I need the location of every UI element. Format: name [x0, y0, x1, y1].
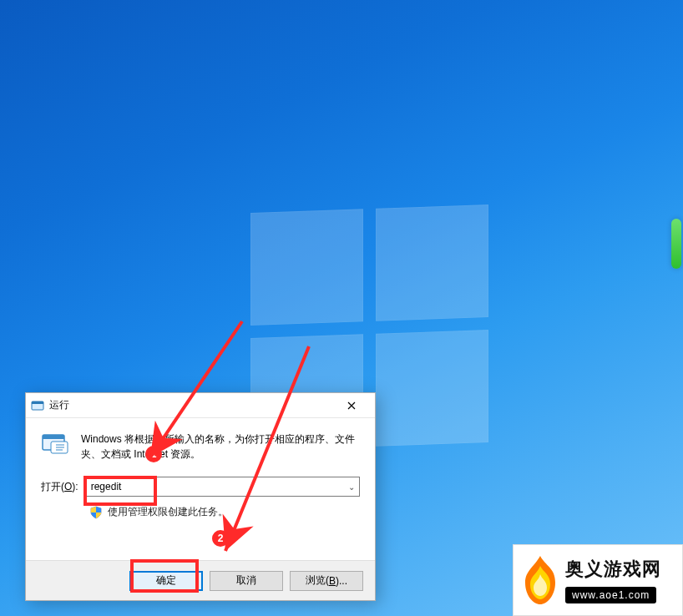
- watermark: 奥义游戏网 www.aoe1.com: [513, 544, 683, 616]
- open-label: 打开(O):: [41, 480, 78, 494]
- ok-button[interactable]: 确定: [129, 571, 203, 591]
- flame-icon: [520, 554, 560, 606]
- run-dialog-icon: [31, 399, 44, 412]
- run-dialog: 运行 Windows 将根据你所输入的名称，为你打开相应的程序、文件夹、文档或: [25, 392, 376, 601]
- browse-button[interactable]: 浏览(B)...: [290, 571, 363, 591]
- dialog-description: Windows 将根据你所输入的名称，为你打开相应的程序、文件夹、文档或 Int…: [81, 432, 360, 462]
- open-combobox[interactable]: ⌄: [85, 477, 360, 497]
- windows-desktop: 运行 Windows 将根据你所输入的名称，为你打开相应的程序、文件夹、文档或: [0, 0, 683, 616]
- close-button[interactable]: [333, 394, 370, 417]
- admin-note: 使用管理权限创建此任务。: [108, 505, 228, 519]
- shield-icon: [89, 506, 103, 519]
- svg-rect-1: [32, 401, 43, 404]
- dialog-button-row: 确定 取消 浏览(B)...: [26, 560, 375, 600]
- dialog-title: 运行: [49, 398, 333, 412]
- watermark-site-url: www.aoe1.com: [565, 587, 656, 603]
- run-program-icon: [41, 432, 69, 457]
- svg-rect-3: [43, 435, 64, 439]
- watermark-site-name: 奥义游戏网: [565, 557, 661, 582]
- open-input[interactable]: [86, 477, 344, 496]
- cancel-button[interactable]: 取消: [210, 571, 283, 591]
- volume-indicator: [671, 219, 681, 269]
- close-icon: [347, 401, 356, 410]
- chevron-down-icon[interactable]: ⌄: [344, 482, 359, 492]
- titlebar[interactable]: 运行: [26, 393, 375, 418]
